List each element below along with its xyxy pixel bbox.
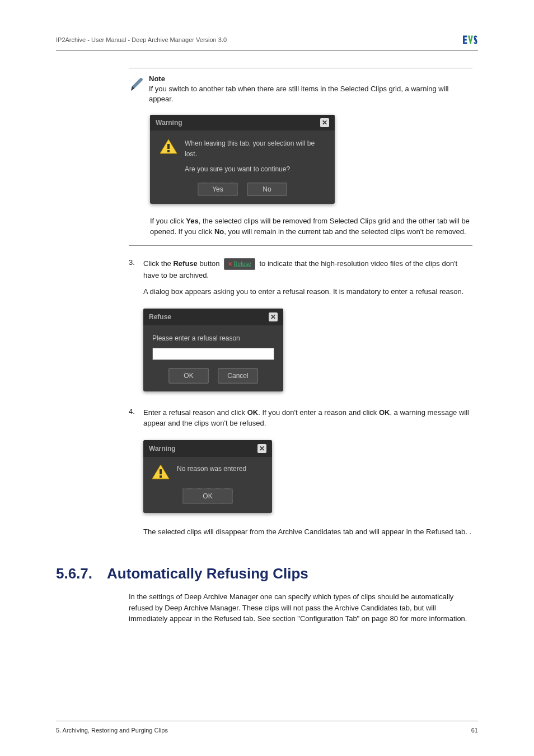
dialog-title-text: Warning [156,119,182,127]
section-paragraph: In the settings of Deep Archive Manager … [129,591,472,624]
ok-button[interactable]: OK [168,368,209,384]
svg-rect-1 [167,150,170,152]
no-reason-warning-dialog: Warning ✕ No reason was entered [143,440,272,513]
warning-triangle-icon [159,138,178,155]
refuse-toolbar-button[interactable]: ✕Refuse [224,258,255,270]
dialog-title-text: Refuse [149,312,171,322]
footer-left: 5. Archiving, Restoring and Purging Clip… [56,727,168,734]
section-header: 5.6.7. Automatically Refusing Clips [56,565,472,582]
close-icon[interactable]: ✕ [269,312,278,321]
svg-rect-3 [160,475,162,478]
ok-button[interactable]: OK [182,488,233,504]
step3-para2: A dialog box appears asking you to enter… [143,286,472,297]
section-number: 5.6.7. [56,565,92,582]
dialog-title-text: Warning [149,444,176,454]
step4-after: The selected clips will disappear from t… [143,526,472,538]
step-number: 4. [129,407,143,543]
no-button[interactable]: No [247,183,287,196]
step-3: 3. Click the Refuse button ✕Refuse to in… [129,258,472,397]
warning-dialog: Warning ✕ When leaving this tab, your se… [150,115,335,204]
svg-rect-0 [167,144,170,149]
refusal-reason-input[interactable] [152,348,274,360]
step-4: 4. Enter a refusal reason and click OK. … [129,407,472,543]
page-header: IP2Archive - User Manual - Deep Archive … [56,34,478,51]
dialog-message-line1: When leaving this tab, your selection wi… [185,138,326,160]
close-icon[interactable]: ✕ [320,118,329,127]
evs-logo [461,34,478,46]
refuse-prompt: Please enter a refusal reason [152,333,274,343]
footer-page-number: 61 [471,727,478,734]
cancel-button[interactable]: Cancel [218,368,258,384]
section-title: Automatically Refusing Clips [107,565,308,582]
note-label: Note [149,74,472,84]
pencil-icon [129,75,144,93]
note-explanation: If you click Yes, the selected clips wil… [129,216,472,237]
dialog-message: No reason was entered [177,464,246,474]
warning-triangle-icon [151,464,170,480]
breadcrumb: IP2Archive - User Manual - Deep Archive … [56,36,227,43]
close-icon[interactable]: ✕ [257,444,266,453]
page-footer: 5. Archiving, Restoring and Purging Clip… [56,721,478,734]
dialog-message-line2: Are you sure you want to continue? [185,164,326,175]
note-body: If you switch to another tab when there … [149,84,472,104]
svg-rect-2 [160,469,162,474]
yes-button[interactable]: Yes [198,183,238,196]
note-callout: Note If you switch to another tab when t… [129,68,472,246]
step-number: 3. [129,258,143,397]
refuse-dialog: Refuse ✕ Please enter a refusal reason O… [143,309,283,391]
